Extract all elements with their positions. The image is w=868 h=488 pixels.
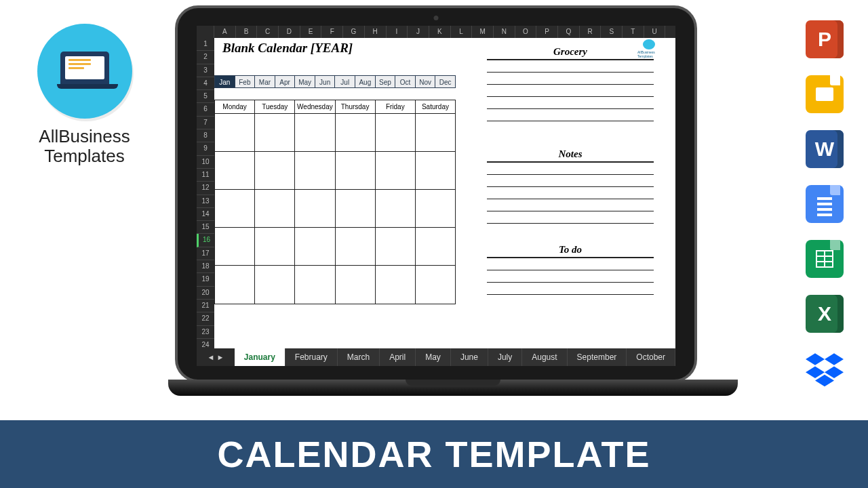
google-docs-icon xyxy=(806,185,844,223)
column-header[interactable]: S xyxy=(601,26,623,38)
sheet-nav-arrows[interactable]: ◄ ► xyxy=(197,348,235,366)
month-tab[interactable]: Oct xyxy=(395,75,416,88)
row-header[interactable]: 5 xyxy=(197,90,214,103)
column-header[interactable]: J xyxy=(408,26,429,38)
column-header[interactable]: L xyxy=(451,26,473,38)
column-header[interactable]: R xyxy=(580,26,601,38)
column-header[interactable]: P xyxy=(536,26,558,38)
excel-icon: X xyxy=(806,295,844,333)
sheet-tab[interactable]: August xyxy=(522,348,567,366)
row-header[interactable]: 22 xyxy=(197,312,214,325)
weekday-cell: Saturday xyxy=(416,100,455,114)
month-tab[interactable]: Nov xyxy=(416,75,436,88)
row-header[interactable]: 12 xyxy=(197,182,214,195)
row-header[interactable]: 1 xyxy=(197,38,214,51)
worksheet-area: Blank Calendar [YEAR] AllBusiness Templa… xyxy=(214,38,675,348)
column-header[interactable]: T xyxy=(623,26,644,38)
weekday-cell: Thursday xyxy=(336,100,376,114)
month-tab[interactable]: Sep xyxy=(376,75,396,88)
brand-name: AllBusiness Templates xyxy=(25,127,144,165)
month-tab-strip[interactable]: JanFebMarAprMayJunJulAugSepOctNovDec xyxy=(214,75,456,88)
row-header[interactable]: 6 xyxy=(197,103,214,116)
row-header[interactable]: 3 xyxy=(197,64,214,77)
sheet-tab[interactable]: April xyxy=(380,348,416,366)
row-header[interactable]: 9 xyxy=(197,142,214,155)
row-header[interactable]: 18 xyxy=(197,260,214,273)
row-header[interactable]: 24 xyxy=(197,339,214,348)
column-header[interactable]: U xyxy=(644,26,666,38)
word-icon: W xyxy=(806,130,844,168)
column-header[interactable]: H xyxy=(365,26,387,38)
weekday-cell: Wednesday xyxy=(295,100,335,114)
column-header[interactable]: O xyxy=(515,26,537,38)
brand-logo: AllBusiness Templates xyxy=(25,24,144,165)
month-tab[interactable]: Mar xyxy=(255,75,275,88)
month-tab[interactable]: Jun xyxy=(315,75,336,88)
sheet-tab[interactable]: February xyxy=(285,348,338,366)
weekday-cell: Tuesday xyxy=(255,100,295,114)
sheet-tab[interactable]: March xyxy=(338,348,380,366)
google-slides-icon xyxy=(806,75,844,113)
sheet-tab[interactable]: January xyxy=(235,348,285,366)
row-header[interactable]: 8 xyxy=(197,129,214,142)
sheet-title: Blank Calendar [YEAR] xyxy=(222,41,353,56)
month-tab[interactable]: May xyxy=(295,75,315,88)
month-tab[interactable]: Jan xyxy=(214,75,235,88)
logo-circle-icon xyxy=(37,24,132,119)
column-header[interactable]: C xyxy=(257,26,279,38)
column-header[interactable]: Q xyxy=(558,26,580,38)
sheet-tab[interactable]: September xyxy=(568,348,627,366)
column-header[interactable]: N xyxy=(494,26,515,38)
month-tab[interactable]: Dec xyxy=(435,75,456,88)
sheet-tab[interactable]: June xyxy=(451,348,488,366)
sheet-tab-bar[interactable]: ◄ ► JanuaryFebruaryMarchAprilMayJuneJuly… xyxy=(197,348,675,366)
row-header[interactable]: 19 xyxy=(197,273,214,286)
column-header[interactable]: D xyxy=(279,26,300,38)
row-header[interactable]: 17 xyxy=(197,247,214,260)
camera-dot-icon xyxy=(434,16,439,20)
row-header[interactable]: 16 xyxy=(197,234,214,247)
row-header[interactable]: 11 xyxy=(197,169,214,182)
column-header-row: ABCDEFGHIJKLMNOPQRSTU xyxy=(197,26,675,38)
row-header[interactable]: 2 xyxy=(197,51,214,64)
column-header[interactable]: K xyxy=(429,26,451,38)
todo-heading: To do xyxy=(487,244,654,258)
month-tab[interactable]: Apr xyxy=(275,75,296,88)
powerpoint-icon: P xyxy=(806,20,844,58)
column-header[interactable]: E xyxy=(300,26,322,38)
laptop-mockup: ABCDEFGHIJKLMNOPQRSTU 123456789101112131… xyxy=(168,5,704,419)
weekday-cell: Monday xyxy=(215,100,255,114)
spreadsheet-screen: ABCDEFGHIJKLMNOPQRSTU 123456789101112131… xyxy=(197,26,675,366)
row-header[interactable]: 14 xyxy=(197,208,214,221)
row-header[interactable]: 21 xyxy=(197,300,214,312)
notes-heading: Notes xyxy=(487,148,654,163)
month-tab[interactable]: Feb xyxy=(235,75,256,88)
month-tab[interactable]: Jul xyxy=(335,75,355,88)
dropbox-icon xyxy=(806,350,844,388)
month-tab[interactable]: Aug xyxy=(355,75,376,88)
row-header[interactable]: 15 xyxy=(197,221,214,234)
column-header[interactable]: B xyxy=(236,26,258,38)
row-header[interactable]: 4 xyxy=(197,77,214,90)
google-sheets-icon xyxy=(806,240,844,278)
sheet-tab[interactable]: May xyxy=(416,348,451,366)
calendar-grid: MondayTuesdayWednesdayThursdayFridaySatu… xyxy=(214,100,456,304)
svg-marker-1 xyxy=(825,353,844,365)
row-header[interactable]: 13 xyxy=(197,195,214,208)
column-header[interactable]: I xyxy=(387,26,408,38)
column-header[interactable]: G xyxy=(343,26,365,38)
row-header[interactable]: 23 xyxy=(197,326,214,339)
row-header[interactable]: 7 xyxy=(197,117,214,129)
svg-marker-0 xyxy=(806,353,825,365)
column-header[interactable]: F xyxy=(321,26,343,38)
banner-title: CALENDAR TEMPLATE xyxy=(218,433,651,475)
sheet-tab[interactable]: October xyxy=(627,348,675,366)
column-header[interactable]: A xyxy=(214,26,236,38)
sheet-tab[interactable]: July xyxy=(488,348,522,366)
laptop-hinge xyxy=(168,380,738,396)
row-header[interactable]: 10 xyxy=(197,156,214,169)
weekday-header-row: MondayTuesdayWednesdayThursdayFridaySatu… xyxy=(215,100,455,114)
row-header[interactable]: 20 xyxy=(197,287,214,300)
todo-block: To do xyxy=(487,244,654,295)
column-header[interactable]: M xyxy=(472,26,494,38)
